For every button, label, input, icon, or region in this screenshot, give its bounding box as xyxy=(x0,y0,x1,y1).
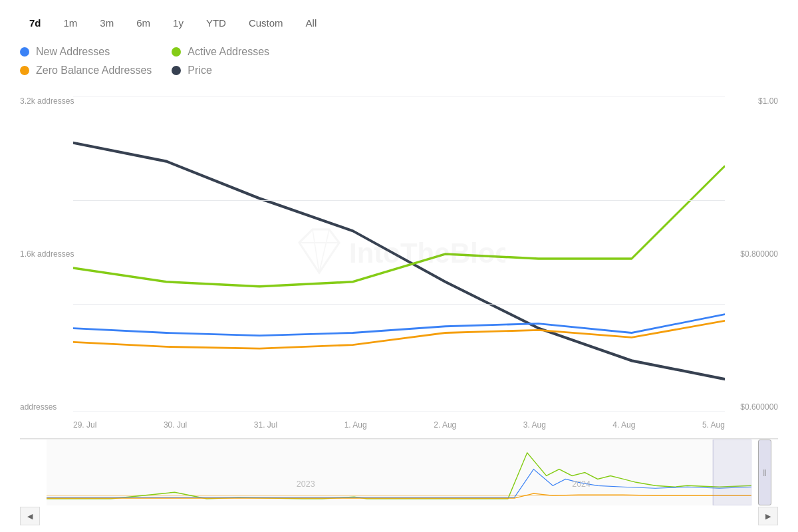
legend-item-zero-balance: Zero Balance Addresses xyxy=(20,65,152,76)
chart-legend: New Addresses Zero Balance Addresses Act… xyxy=(20,46,778,76)
y-label-price-080: $0.800000 xyxy=(740,249,778,259)
x-label-5aug: 5. Aug xyxy=(702,420,725,430)
x-label-4aug: 4. Aug xyxy=(612,420,635,430)
scroll-right-button[interactable]: ▶ xyxy=(758,507,778,525)
scroll-right-icon: ▶ xyxy=(765,512,771,521)
y-label-price-060: $0.600000 xyxy=(740,402,778,412)
time-btn-custom[interactable]: Custom xyxy=(239,13,293,33)
main-lines-svg xyxy=(73,96,725,412)
y-axis-left: 3.2k addresses 1.6k addresses addresses xyxy=(20,96,79,412)
mini-chart-svg: 2023 2024 xyxy=(47,440,751,505)
x-label-31jul: 31. Jul xyxy=(254,420,277,430)
mini-chart-section: 2023 2024 ◀ ▶ || xyxy=(20,439,778,525)
y-label-32k: 3.2k addresses xyxy=(20,96,74,106)
y-label-price-100: $1.00 xyxy=(740,96,778,106)
legend-item-active-addresses: Active Addresses xyxy=(172,46,269,58)
svg-text:2024: 2024 xyxy=(572,479,591,489)
chart-svg-container: IntoTheBlock xyxy=(73,96,725,412)
time-btn-1m[interactable]: 1m xyxy=(55,13,87,33)
zero-balance-line xyxy=(73,321,725,348)
scroll-left-icon: ◀ xyxy=(27,512,33,521)
y-axis-right: $1.00 $0.800000 $0.600000 xyxy=(735,96,778,412)
price-line xyxy=(73,143,725,380)
legend-dot-active-addresses xyxy=(172,47,181,57)
legend-item-new-addresses: New Addresses xyxy=(20,46,152,58)
y-label-0: addresses xyxy=(20,402,74,412)
chart-area: 3.2k addresses 1.6k addresses addresses … xyxy=(20,96,778,525)
time-btn-7d[interactable]: 7d xyxy=(20,13,51,33)
legend-col-left: New Addresses Zero Balance Addresses xyxy=(20,46,152,76)
legend-dot-price xyxy=(172,66,181,75)
legend-item-price: Price xyxy=(172,65,269,76)
legend-label-price: Price xyxy=(188,65,211,76)
main-chart: 3.2k addresses 1.6k addresses addresses … xyxy=(20,96,778,439)
x-label-2aug: 2. Aug xyxy=(434,420,456,430)
new-addresses-line xyxy=(73,315,725,336)
time-btn-ytd[interactable]: YTD xyxy=(197,13,235,33)
time-btn-6m[interactable]: 6m xyxy=(127,13,160,33)
legend-label-active-addresses: Active Addresses xyxy=(188,46,269,58)
legend-label-new-addresses: New Addresses xyxy=(36,46,110,58)
range-handle[interactable]: || xyxy=(758,440,771,505)
x-label-1aug: 1. Aug xyxy=(344,420,367,430)
legend-col-right: Active Addresses Price xyxy=(172,46,269,76)
scroll-left-button[interactable]: ◀ xyxy=(20,507,40,525)
range-handle-icon: || xyxy=(763,469,766,476)
legend-dot-new-addresses xyxy=(20,47,29,57)
x-label-3aug: 3. Aug xyxy=(523,420,546,430)
svg-rect-17 xyxy=(713,440,751,505)
x-label-30jul: 30. Jul xyxy=(164,420,187,430)
mini-chart-container: 2023 2024 xyxy=(47,440,751,505)
legend-dot-zero-balance xyxy=(20,66,29,75)
legend-label-zero-balance: Zero Balance Addresses xyxy=(36,65,152,76)
time-btn-1y[interactable]: 1y xyxy=(164,13,193,33)
svg-text:2023: 2023 xyxy=(297,479,315,489)
x-label-29jul: 29. Jul xyxy=(73,420,96,430)
time-btn-all[interactable]: All xyxy=(297,13,327,33)
active-addresses-line xyxy=(73,166,725,287)
y-label-16k: 1.6k addresses xyxy=(20,249,74,259)
x-axis: 29. Jul 30. Jul 31. Jul 1. Aug 2. Aug 3.… xyxy=(73,412,725,438)
time-btn-3m[interactable]: 3m xyxy=(90,13,123,33)
time-filter-bar: 7d 1m 3m 6m 1y YTD Custom All xyxy=(20,13,778,33)
